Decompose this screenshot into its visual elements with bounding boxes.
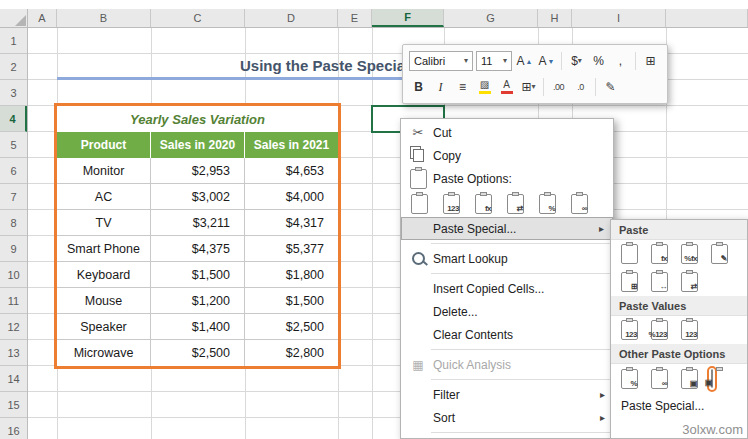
column-header-a[interactable]: A — [28, 9, 57, 27]
table-cell[interactable]: TV — [57, 210, 151, 235]
paste-formatting-icon[interactable]: % — [539, 194, 556, 214]
table-header-product[interactable]: Product — [57, 132, 151, 158]
decrease-decimal-button[interactable]: .0 — [571, 76, 590, 98]
formulas-number-formatting-icon[interactable]: %fx — [681, 244, 698, 264]
table-cell[interactable]: $2,500 — [151, 340, 245, 366]
accounting-format-button[interactable]: $▾ — [567, 50, 586, 72]
table-cell[interactable]: $5,377 — [245, 236, 338, 261]
table-cell[interactable]: $2,953 — [151, 158, 245, 183]
row-header-13[interactable]: 13 — [0, 340, 27, 366]
row-header-14[interactable]: 14 — [0, 366, 27, 392]
paste-link-icon[interactable]: ∞ — [571, 194, 588, 214]
table-cell[interactable]: $1,500 — [245, 288, 338, 313]
row-header-5[interactable]: 5 — [0, 132, 27, 158]
menu-item-filter[interactable]: Filter ▸ — [401, 383, 613, 406]
table-cell[interactable]: $3,002 — [151, 184, 245, 209]
table-header-sales-2020[interactable]: Sales in 2020 — [151, 132, 245, 158]
picture-icon[interactable]: ▣ — [681, 369, 698, 389]
table-cell[interactable]: $4,375 — [151, 236, 245, 261]
column-header-c[interactable]: C — [151, 9, 245, 27]
table-cell[interactable]: $1,800 — [245, 262, 338, 287]
align-center-button[interactable]: ≡ — [453, 76, 472, 98]
no-borders-icon[interactable]: ⊞ — [621, 272, 638, 292]
paste-icon[interactable] — [411, 194, 428, 214]
menu-item-cut[interactable]: ✂ Cut — [401, 121, 613, 144]
font-size-select[interactable]: 11 ▾ — [476, 51, 512, 71]
table-cell[interactable]: $4,317 — [245, 210, 338, 235]
menu-item-quick-analysis[interactable]: ▦ Quick Analysis — [401, 353, 613, 376]
table-cell[interactable]: Keyboard — [57, 262, 151, 287]
fill-color-button[interactable]: ▨ — [475, 76, 494, 98]
table-cell[interactable]: $3,211 — [151, 210, 245, 235]
column-header-f-selected[interactable]: F — [372, 9, 444, 27]
table-cell[interactable]: Smart Phone — [57, 236, 151, 261]
row-header-3[interactable]: 3 — [0, 80, 27, 106]
table-header-sales-2021[interactable]: Sales in 2021 — [245, 132, 338, 158]
column-header-h[interactable]: H — [538, 9, 572, 27]
table-cell[interactable]: $2,500 — [245, 314, 338, 339]
menu-item-paste-special[interactable]: Paste Special... ▸ — [401, 217, 613, 240]
keep-column-widths-icon[interactable]: ↔ — [651, 272, 668, 292]
table-cell[interactable]: $1,200 — [151, 288, 245, 313]
row-header-4-selected[interactable]: 4 — [0, 106, 27, 132]
table-cell[interactable]: Speaker — [57, 314, 151, 339]
row-header-12[interactable]: 12 — [0, 314, 27, 340]
table-cell[interactable]: $4,653 — [245, 158, 338, 183]
linked-picture-icon[interactable]: ▣ — [711, 369, 713, 388]
menu-item-sort[interactable]: Sort ▸ — [401, 406, 613, 429]
table-cell[interactable]: $1,500 — [151, 262, 245, 287]
table-cell[interactable]: $1,400 — [151, 314, 245, 339]
percent-style-button[interactable]: % — [589, 50, 608, 72]
paste-formulas-icon[interactable]: fx — [475, 194, 492, 214]
shrink-font-button[interactable]: A▼ — [537, 50, 556, 72]
row-header-7[interactable]: 7 — [0, 184, 27, 210]
column-header-b[interactable]: B — [57, 9, 151, 27]
paste-link-icon[interactable]: ∞ — [651, 369, 668, 389]
table-cell[interactable]: Mouse — [57, 288, 151, 313]
table-cell[interactable]: Microwave — [57, 340, 151, 366]
row-header-6[interactable]: 6 — [0, 158, 27, 184]
font-color-button[interactable]: A — [497, 76, 516, 98]
formatting-icon[interactable]: % — [621, 369, 638, 389]
row-header-9[interactable]: 9 — [0, 236, 27, 262]
select-all-button[interactable] — [0, 9, 28, 28]
values-icon[interactable]: 123 — [621, 320, 638, 340]
format-painter-button[interactable]: ✎ — [601, 76, 620, 98]
row-header-11[interactable]: 11 — [0, 288, 27, 314]
italic-button[interactable]: I — [431, 76, 450, 98]
row-header-2[interactable]: 2 — [0, 54, 27, 80]
column-header-d[interactable]: D — [245, 9, 338, 27]
row-header-16[interactable]: 16 — [0, 418, 27, 439]
column-header-g[interactable]: G — [444, 9, 538, 27]
column-header-e[interactable]: E — [338, 9, 372, 27]
paste-formulas-icon[interactable]: fx — [651, 244, 668, 264]
table-cell[interactable]: Monitor — [57, 158, 151, 183]
table-cell[interactable]: $4,000 — [245, 184, 338, 209]
row-header-8[interactable]: 8 — [0, 210, 27, 236]
grow-font-button[interactable]: A▲ — [515, 50, 534, 72]
menu-item-smart-lookup[interactable]: Smart Lookup — [401, 247, 613, 270]
menu-item-insert-copied-cells[interactable]: Insert Copied Cells... — [401, 277, 613, 300]
submenu-item-paste-special[interactable]: Paste Special... — [611, 394, 747, 417]
menu-item-copy[interactable]: Copy — [401, 144, 613, 167]
table-caption[interactable]: Yearly Sales Variation — [57, 106, 338, 132]
borders-button[interactable]: ⊞▾ — [519, 76, 538, 98]
menu-item-delete[interactable]: Delete... — [401, 300, 613, 323]
table-cell[interactable]: AC — [57, 184, 151, 209]
comma-style-button[interactable]: , — [611, 50, 630, 72]
bold-button[interactable]: B — [409, 76, 428, 98]
increase-decimal-button[interactable]: .00 — [549, 76, 568, 98]
table-cell[interactable]: $2,800 — [245, 340, 338, 366]
values-number-formatting-icon[interactable]: %123 — [651, 320, 668, 340]
paste-icon[interactable] — [621, 244, 638, 264]
column-header-i[interactable]: I — [572, 9, 666, 27]
paste-transpose-icon[interactable]: ⇄ — [507, 194, 524, 214]
keep-source-formatting-icon[interactable]: ✎ — [711, 244, 728, 264]
row-header-1[interactable]: 1 — [0, 28, 27, 54]
row-header-15[interactable]: 15 — [0, 392, 27, 418]
format-table-button[interactable]: ⊞ — [641, 50, 660, 72]
menu-item-clear-contents[interactable]: Clear Contents — [401, 323, 613, 346]
row-header-10[interactable]: 10 — [0, 262, 27, 288]
transpose-icon[interactable]: ⇄ — [681, 272, 698, 292]
values-source-formatting-icon[interactable]: 123 — [681, 320, 698, 340]
